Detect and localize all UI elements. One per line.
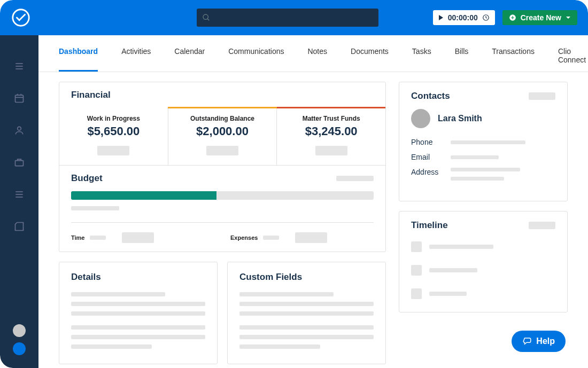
contacts-card: Contacts Lara Smith Phone Email Address <box>399 82 568 201</box>
plus-circle-icon <box>509 14 516 21</box>
timeline-icon <box>411 265 422 276</box>
sidebar-item-calendar[interactable] <box>14 93 25 106</box>
placeholder <box>71 206 119 210</box>
contact-email-label: Email <box>411 153 443 161</box>
tab-documents[interactable]: Documents <box>351 47 389 72</box>
play-icon <box>438 15 444 20</box>
placeholder <box>263 236 279 240</box>
tab-bar: Dashboard Activities Calendar Communicat… <box>38 35 588 72</box>
financial-col-outstanding: Outstanding Balance $2,000.00 <box>168 108 277 165</box>
budget-time-label: Time <box>71 234 84 241</box>
timeline-item <box>411 288 555 299</box>
placeholder <box>239 292 334 296</box>
create-new-button[interactable]: Create New <box>502 10 577 25</box>
timeline-item <box>411 241 555 252</box>
contact-avatar <box>411 109 430 128</box>
create-new-label: Create New <box>521 13 561 22</box>
fin-out-value: $2,000.00 <box>174 124 272 138</box>
placeholder <box>451 155 499 159</box>
budget-progress-fill <box>71 191 216 200</box>
placeholder <box>239 335 374 339</box>
placeholder <box>429 292 467 296</box>
contacts-title: Contacts <box>411 91 450 101</box>
tab-clio-connect[interactable]: Clio Connect <box>558 47 586 72</box>
placeholder <box>71 335 205 339</box>
placeholder <box>71 344 152 349</box>
placeholder <box>239 325 374 330</box>
placeholder <box>239 344 320 349</box>
details-card: Details <box>59 262 218 364</box>
tab-communications[interactable]: Communications <box>228 47 284 72</box>
sidebar-avatar-gray[interactable] <box>13 324 26 337</box>
placeholder <box>451 140 525 144</box>
placeholder <box>239 311 374 316</box>
financial-col-trust: Matter Trust Funds $3,245.00 <box>276 108 385 165</box>
placeholder <box>429 268 477 272</box>
budget-progress <box>71 191 374 200</box>
placeholder <box>239 302 374 306</box>
timeline-card: Timeline <box>399 211 568 312</box>
sidebar-item-activities[interactable] <box>14 189 25 202</box>
financial-title: Financial <box>71 90 374 100</box>
fin-wip-label: Work in Progress <box>65 115 163 122</box>
timeline-item <box>411 265 555 276</box>
financial-col-wip: Work in Progress $5,650.00 <box>59 108 168 165</box>
tab-dashboard[interactable]: Dashboard <box>59 47 98 72</box>
placeholder <box>429 245 493 249</box>
timeline-title: Timeline <box>411 220 448 231</box>
sidebar-item-briefcase[interactable] <box>14 157 25 170</box>
placeholder <box>451 168 520 171</box>
sidebar-item-matters[interactable] <box>14 61 25 74</box>
top-bar: 00:00:00 Create New <box>0 0 588 35</box>
placeholder <box>90 236 106 240</box>
tab-tasks[interactable]: Tasks <box>412 47 431 72</box>
svg-line-2 <box>207 19 209 20</box>
placeholder <box>315 146 347 155</box>
placeholder <box>295 232 327 243</box>
tab-notes[interactable]: Notes <box>307 47 327 72</box>
timeline-icon <box>411 288 422 299</box>
fin-trust-label: Matter Trust Funds <box>282 115 380 122</box>
budget-section: Budget Time Expenses <box>59 165 385 252</box>
placeholder <box>71 311 205 316</box>
svg-rect-13 <box>16 161 24 166</box>
placeholder <box>71 302 205 306</box>
tab-activities[interactable]: Activities <box>121 47 151 72</box>
fin-wip-value: $5,650.00 <box>65 124 163 138</box>
chevron-down-icon <box>566 15 571 20</box>
sidebar <box>0 35 38 368</box>
timer-widget[interactable]: 00:00:00 <box>433 10 495 25</box>
placeholder <box>206 146 238 155</box>
budget-title: Budget <box>71 173 103 184</box>
fin-trust-value: $3,245.00 <box>282 124 380 138</box>
svg-point-1 <box>203 14 208 19</box>
tab-calendar[interactable]: Calendar <box>174 47 205 72</box>
placeholder <box>122 232 154 243</box>
help-button[interactable]: Help <box>512 331 566 352</box>
placeholder <box>529 222 555 229</box>
placeholder <box>71 325 205 330</box>
contact-phone-label: Phone <box>411 138 443 146</box>
sidebar-item-documents[interactable] <box>14 221 25 234</box>
search-input[interactable] <box>197 9 378 27</box>
contact-name: Lara Smith <box>438 114 482 123</box>
help-label: Help <box>536 336 555 346</box>
custom-fields-card: Custom Fields <box>227 262 386 364</box>
budget-expenses-label: Expenses <box>230 234 258 241</box>
chat-icon <box>522 336 532 346</box>
fin-out-label: Outstanding Balance <box>174 115 272 122</box>
search-icon <box>202 13 211 22</box>
placeholder <box>451 177 504 181</box>
contact-address-label: Address <box>411 168 443 176</box>
details-title: Details <box>71 272 205 283</box>
placeholder <box>336 176 374 181</box>
tab-transactions[interactable]: Transactions <box>492 47 535 72</box>
sidebar-avatar-blue[interactable] <box>13 342 26 355</box>
app-logo <box>11 7 31 28</box>
sidebar-item-contacts[interactable] <box>14 125 25 138</box>
tab-bills[interactable]: Bills <box>455 47 469 72</box>
content-area: Dashboard Activities Calendar Communicat… <box>38 35 588 368</box>
clock-icon <box>482 14 490 21</box>
svg-rect-8 <box>16 95 24 102</box>
placeholder <box>97 146 129 155</box>
